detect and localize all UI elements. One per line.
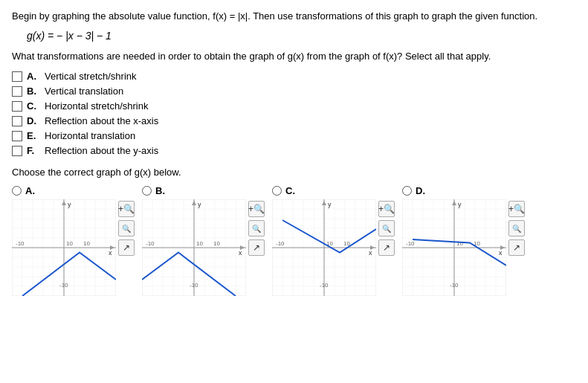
- external-c[interactable]: ↗: [378, 239, 395, 256]
- zoom-in-c[interactable]: +🔍: [378, 201, 395, 217]
- option-e[interactable]: E. Horizontal translation: [12, 130, 576, 141]
- graph-item-a: A.: [12, 185, 135, 296]
- svg-text:-10: -10: [146, 240, 155, 247]
- external-a[interactable]: ↗: [118, 239, 135, 256]
- intro-text: Begin by graphing the absolute value fun…: [12, 9, 576, 24]
- graph-radio-c[interactable]: C.: [272, 185, 295, 196]
- option-label-a: A.: [27, 71, 40, 82]
- option-d[interactable]: D. Reflection about the x-axis: [12, 115, 576, 126]
- radio-a[interactable]: [12, 186, 22, 196]
- external-b[interactable]: ↗: [248, 239, 265, 256]
- graph-svg-b: y x 10 -10 -10 10: [142, 199, 246, 296]
- option-text-a: Vertical stretch/shrink: [45, 71, 137, 82]
- graph-radio-d[interactable]: D.: [402, 185, 425, 196]
- option-c[interactable]: C. Horizontal stretch/shrink: [12, 100, 576, 112]
- svg-text:-10: -10: [59, 282, 68, 289]
- svg-text:10: 10: [456, 240, 463, 247]
- graph-icons-c: +🔍 🔍 ↗: [378, 201, 395, 256]
- option-text-c: Horizontal stretch/shrink: [45, 100, 148, 112]
- options-list: A. Vertical stretch/shrink B. Vertical t…: [12, 71, 576, 156]
- checkbox-a[interactable]: [12, 71, 22, 82]
- graph-label-a: A.: [25, 185, 35, 196]
- function-display: g(x) = − |x − 3| − 1: [27, 30, 576, 42]
- graph-svg-a: y x 10 -10 -10 10: [12, 199, 116, 296]
- svg-text:y: y: [458, 201, 462, 208]
- graph-icons-d: +🔍 🔍 ↗: [508, 201, 525, 256]
- svg-text:x: x: [499, 249, 503, 257]
- zoom-out-b[interactable]: 🔍: [248, 220, 265, 236]
- radio-d[interactable]: [402, 186, 412, 196]
- graph-item-b: B.: [142, 185, 265, 296]
- graph-wrapper-b: y x 10 -10 -10 10 +🔍 🔍 ↗: [142, 199, 265, 296]
- graph-wrapper-a: y x 10 -10 -10 10 +🔍 🔍 ↗: [12, 199, 135, 296]
- zoom-in-d[interactable]: +🔍: [508, 201, 525, 217]
- svg-text:-10: -10: [320, 282, 329, 289]
- option-text-b: Vertical translation: [45, 86, 123, 97]
- graph-item-c: C.: [272, 185, 395, 296]
- svg-text:x: x: [239, 249, 242, 257]
- graph-svg-d: y x 10 -10 -10 10: [402, 199, 506, 296]
- checkbox-b[interactable]: [12, 86, 22, 97]
- graph-icons-b: +🔍 🔍 ↗: [248, 201, 265, 256]
- choose-text: Choose the correct graph of g(x) below.: [12, 167, 576, 178]
- graph-radio-a[interactable]: A.: [12, 185, 35, 196]
- zoom-in-a[interactable]: +🔍: [118, 201, 135, 217]
- option-b[interactable]: B. Vertical translation: [12, 86, 576, 97]
- option-a[interactable]: A. Vertical stretch/shrink: [12, 71, 576, 82]
- svg-text:10: 10: [66, 240, 73, 247]
- checkbox-d[interactable]: [12, 116, 22, 126]
- svg-text:y: y: [328, 201, 332, 208]
- graph-wrapper-d: y x 10 -10 -10 10 +🔍 🔍 ↗: [402, 199, 525, 296]
- checkbox-f[interactable]: [12, 146, 22, 156]
- external-d[interactable]: ↗: [508, 239, 525, 256]
- graph-item-d: D.: [402, 185, 525, 296]
- svg-text:10: 10: [196, 240, 203, 247]
- svg-text:10: 10: [213, 240, 220, 247]
- svg-text:x: x: [109, 249, 112, 257]
- zoom-in-b[interactable]: +🔍: [248, 201, 265, 217]
- svg-text:y: y: [198, 201, 201, 208]
- svg-text:-10: -10: [276, 240, 285, 247]
- question-text: What transformations are needed in order…: [12, 49, 576, 64]
- option-label-b: B.: [27, 86, 40, 97]
- option-text-f: Reflection about the y-axis: [45, 145, 158, 156]
- svg-text:-10: -10: [450, 282, 459, 289]
- zoom-out-d[interactable]: 🔍: [508, 220, 525, 236]
- svg-text:-10: -10: [406, 240, 415, 247]
- svg-text:10: 10: [83, 240, 90, 247]
- option-f[interactable]: F. Reflection about the y-axis: [12, 145, 576, 156]
- graph-radio-b[interactable]: B.: [142, 185, 165, 196]
- graph-icons-a: +🔍 🔍 ↗: [118, 201, 135, 256]
- option-label-d: D.: [27, 115, 40, 126]
- option-text-d: Reflection about the x-axis: [45, 115, 158, 126]
- radio-c[interactable]: [272, 186, 282, 196]
- graphs-row: A.: [12, 185, 576, 296]
- checkbox-e[interactable]: [12, 131, 22, 141]
- zoom-out-c[interactable]: 🔍: [378, 220, 395, 236]
- graph-wrapper-c: y x 10 -10 -10 10 +🔍 🔍 ↗: [272, 199, 395, 296]
- option-label-c: C.: [27, 100, 40, 112]
- svg-text:-10: -10: [190, 282, 198, 289]
- graph-label-d: D.: [416, 185, 425, 196]
- radio-b[interactable]: [142, 186, 152, 196]
- option-text-e: Horizontal translation: [45, 130, 135, 141]
- svg-text:x: x: [369, 249, 372, 257]
- svg-text:-10: -10: [16, 240, 25, 247]
- checkbox-c[interactable]: [12, 101, 22, 112]
- graph-svg-c: y x 10 -10 -10 10: [272, 199, 376, 296]
- graph-label-b: B.: [155, 185, 165, 196]
- option-label-e: E.: [27, 130, 40, 141]
- graph-label-c: C.: [285, 185, 295, 196]
- option-label-f: F.: [27, 145, 40, 156]
- zoom-out-a[interactable]: 🔍: [118, 220, 135, 236]
- svg-text:y: y: [68, 201, 71, 208]
